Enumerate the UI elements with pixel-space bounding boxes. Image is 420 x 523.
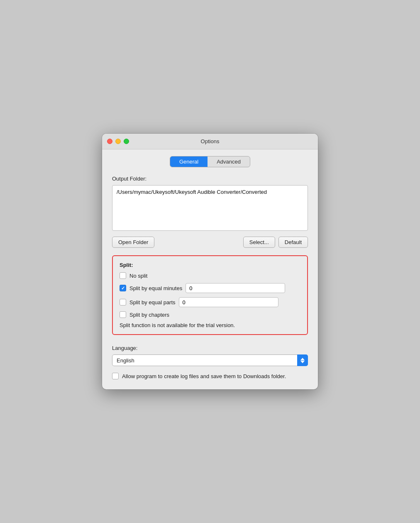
folder-btn-left: Open Folder <box>112 237 154 248</box>
log-files-label: Allow program to create log files and sa… <box>122 373 286 379</box>
maximize-button[interactable] <box>124 139 129 144</box>
split-minutes-checkbox[interactable] <box>120 285 126 291</box>
close-button[interactable] <box>107 139 112 144</box>
language-select[interactable]: English French German Spanish Chinese Ja… <box>112 354 308 366</box>
log-files-checkbox[interactable] <box>112 373 119 379</box>
options-window: Options General Advanced Output Folder: … <box>102 134 318 389</box>
split-parts-checkbox[interactable] <box>120 299 126 305</box>
split-notice: Split function is not available for the … <box>120 322 300 328</box>
language-select-wrapper: English French German Spanish Chinese Ja… <box>112 354 308 366</box>
split-minutes-label: Split by equal minutes <box>129 285 182 291</box>
tab-group: General Advanced <box>170 156 250 167</box>
split-chapters-label: Split by chapters <box>129 312 169 318</box>
tab-general[interactable]: General <box>170 156 208 167</box>
split-parts-option: Split by equal parts <box>120 297 300 307</box>
language-label: Language: <box>112 345 308 351</box>
select-button[interactable]: Select... <box>243 237 275 248</box>
window-title: Options <box>201 138 220 144</box>
language-section: Language: English French German Spanish … <box>112 345 308 366</box>
no-split-option: No split <box>120 272 300 279</box>
open-folder-button[interactable]: Open Folder <box>112 237 154 248</box>
no-split-label: No split <box>129 273 147 279</box>
split-parts-label: Split by equal parts <box>129 299 176 305</box>
split-title: Split: <box>120 262 300 268</box>
split-parts-input[interactable] <box>179 297 278 307</box>
folder-buttons: Open Folder Select... Default <box>112 237 308 248</box>
split-minutes-input[interactable] <box>186 283 285 293</box>
no-split-checkbox[interactable] <box>120 272 126 279</box>
split-chapters-option: Split by chapters <box>120 311 300 318</box>
split-section: Split: No split Split by equal minutes S… <box>112 255 308 335</box>
log-option: Allow program to create log files and sa… <box>112 373 308 379</box>
folder-btn-right: Select... Default <box>243 237 308 248</box>
split-chapters-checkbox[interactable] <box>120 311 126 318</box>
traffic-lights <box>107 139 129 144</box>
tab-advanced[interactable]: Advanced <box>208 156 250 167</box>
window-content: General Advanced Output Folder: Open Fol… <box>102 149 318 389</box>
output-folder-input[interactable] <box>112 185 308 231</box>
titlebar: Options <box>102 134 318 149</box>
tabs-container: General Advanced <box>112 156 308 167</box>
output-folder-label: Output Folder: <box>112 176 308 182</box>
split-minutes-option: Split by equal minutes <box>120 283 300 293</box>
minimize-button[interactable] <box>115 139 121 144</box>
default-button[interactable]: Default <box>278 237 308 248</box>
